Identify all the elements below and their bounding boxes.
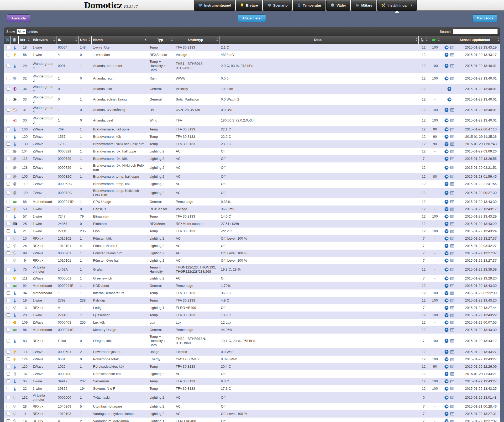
device-row[interactable]: 561-wire401-wirenätetRFXSensorVoltage482… bbox=[4, 51, 501, 59]
log-button[interactable] bbox=[444, 298, 449, 303]
row-select-checkbox[interactable] bbox=[7, 419, 10, 422]
log-button[interactable] bbox=[444, 149, 449, 154]
column-header-signal[interactable] bbox=[418, 36, 429, 44]
row-select-checkbox[interactable] bbox=[7, 150, 10, 153]
row-select-checkbox[interactable] bbox=[7, 339, 10, 342]
log-button[interactable] bbox=[444, 118, 449, 123]
device-row[interactable]: 129ZWave000072C1Brandvarnare, temp, Nikk… bbox=[4, 188, 501, 198]
edit-button[interactable] bbox=[450, 379, 454, 383]
row-select-checkbox[interactable] bbox=[7, 87, 10, 91]
edit-button[interactable] bbox=[450, 251, 454, 255]
log-button[interactable] bbox=[444, 191, 449, 195]
log-button[interactable] bbox=[444, 53, 449, 57]
row-select-checkbox[interactable] bbox=[7, 268, 10, 271]
log-button[interactable] bbox=[444, 267, 449, 272]
log-button[interactable] bbox=[444, 157, 449, 161]
use-button[interactable]: Använda bbox=[7, 14, 30, 22]
device-row[interactable]: 13RFXtrxA1LedigLighting 1ELRO AB400Off7-… bbox=[4, 304, 501, 312]
row-select-checkbox[interactable] bbox=[7, 251, 10, 255]
edit-button[interactable] bbox=[450, 365, 454, 369]
log-button[interactable] bbox=[444, 175, 449, 179]
device-row[interactable]: 105ZWave000032C1Brandvarnare, temp, hall… bbox=[4, 173, 501, 180]
column-header-name[interactable]: Namn bbox=[92, 36, 148, 44]
edit-button[interactable] bbox=[450, 53, 454, 57]
log-button[interactable] bbox=[444, 229, 449, 233]
search-input[interactable] bbox=[453, 29, 498, 34]
edit-button[interactable] bbox=[450, 339, 454, 343]
device-row[interactable]: 211-wire27115235FrysTempTFA 30.3133-22.2… bbox=[4, 228, 501, 235]
row-select-checkbox[interactable] bbox=[7, 237, 10, 240]
edit-button[interactable] bbox=[450, 291, 454, 295]
edit-button[interactable] bbox=[450, 166, 454, 170]
device-row[interactable]: 30Wunderground10Arlanda, vindWindTFA180.… bbox=[4, 115, 501, 126]
device-row[interactable]: 114ZWave00005012Powernode just nuUsageEl… bbox=[4, 348, 501, 356]
row-select-checkbox[interactable] bbox=[7, 98, 10, 101]
edit-button[interactable] bbox=[450, 127, 454, 131]
row-select-checkbox[interactable] bbox=[7, 182, 10, 186]
device-row[interactable]: 531-wire10DagsljusRFXSensorVoltage3665 m… bbox=[4, 205, 501, 213]
column-header-data[interactable]: Data bbox=[219, 36, 419, 44]
edit-button[interactable] bbox=[450, 142, 454, 146]
device-row[interactable]: 191-wire2798238KylskåpTempTFA 30.31334.9… bbox=[4, 297, 501, 304]
edit-button[interactable] bbox=[450, 207, 454, 211]
log-button[interactable] bbox=[444, 214, 449, 219]
edit-button[interactable] bbox=[450, 76, 454, 81]
row-select-checkbox[interactable] bbox=[7, 53, 10, 56]
edit-button[interactable] bbox=[450, 191, 454, 195]
device-row[interactable]: 119ZWave000062C1Brandvarnare, temp, kökL… bbox=[4, 180, 501, 188]
device-row[interactable]: 94Motherboard11Internal TemperatureTempT… bbox=[4, 289, 501, 297]
tab-temperatur[interactable]: Temperatur bbox=[293, 0, 326, 10]
log-button[interactable] bbox=[444, 236, 449, 241]
row-select-checkbox[interactable] bbox=[7, 215, 10, 218]
edit-button[interactable] bbox=[450, 404, 454, 409]
edit-button[interactable] bbox=[450, 419, 454, 422]
log-button[interactable] bbox=[444, 76, 449, 81]
device-row[interactable]: 130ZWave17931Brandvarnare, Nikki och Fel… bbox=[4, 140, 501, 148]
device-row[interactable]: 128ZWave00007291Brandvarnare, rök, Nikki… bbox=[4, 162, 501, 173]
row-select-checkbox[interactable] bbox=[7, 321, 10, 324]
show-entries-select[interactable]: All bbox=[17, 29, 26, 34]
log-button[interactable] bbox=[444, 259, 449, 263]
edit-button[interactable] bbox=[450, 108, 454, 112]
edit-button[interactable] bbox=[450, 118, 454, 123]
unused-button[interactable]: Oanvända bbox=[472, 14, 497, 22]
device-row[interactable]: 28RFXtrx10403095UtomhusmottagareLighting… bbox=[4, 403, 501, 410]
edit-button[interactable] bbox=[450, 182, 454, 186]
device-row[interactable]: 571-wire724779Elinas rumTempTFA 30.31331… bbox=[4, 213, 501, 220]
tab-scenario[interactable]: Scenario bbox=[263, 0, 292, 10]
log-button[interactable] bbox=[444, 372, 449, 376]
row-select-checkbox[interactable] bbox=[7, 405, 10, 408]
device-row[interactable]: 124ZWave05010Powernode totaltEnergyCM119… bbox=[4, 356, 501, 363]
device-row[interactable]: 104ZWave00003291Brandvarnare, rök, hall … bbox=[4, 148, 501, 155]
row-select-checkbox[interactable] bbox=[7, 328, 10, 331]
edit-button[interactable] bbox=[450, 45, 454, 50]
edit-button[interactable] bbox=[450, 236, 454, 241]
log-button[interactable] bbox=[444, 379, 449, 383]
log-button[interactable] bbox=[444, 222, 449, 226]
row-select-checkbox[interactable] bbox=[7, 135, 10, 138]
device-row[interactable]: 75Virtuella enheter1409A1GrafairTemp + H… bbox=[4, 264, 501, 275]
row-select-checkbox[interactable] bbox=[7, 142, 10, 146]
row-select-checkbox[interactable] bbox=[7, 229, 10, 233]
column-header-idx[interactable]: Idx bbox=[19, 36, 31, 44]
column-header-battery[interactable] bbox=[429, 36, 441, 44]
log-button[interactable] bbox=[444, 142, 449, 146]
row-select-checkbox[interactable] bbox=[7, 244, 10, 247]
device-row[interactable]: 221-wire39362194Sovrum, N o FTempTFA 30.… bbox=[4, 385, 501, 392]
tab-brytare[interactable]: Brytare bbox=[236, 0, 262, 10]
device-row[interactable]: 118ZWave00006291Brandvarnare, rök, kökLi… bbox=[4, 155, 501, 162]
column-header-select[interactable] bbox=[4, 36, 11, 44]
device-row[interactable]: 99ZWave00002011Fönster, Niklas rumLighti… bbox=[4, 250, 501, 257]
edit-button[interactable] bbox=[450, 306, 454, 310]
log-button[interactable] bbox=[444, 276, 449, 281]
edit-button[interactable] bbox=[450, 244, 454, 248]
log-button[interactable] bbox=[444, 135, 449, 139]
column-header-delete[interactable] bbox=[11, 36, 19, 44]
device-row[interactable]: 29Wunderground00011Arlanda, barometerTem… bbox=[4, 59, 501, 73]
column-header-type[interactable]: Typ bbox=[148, 36, 174, 44]
row-select-checkbox[interactable] bbox=[7, 372, 10, 376]
row-select-checkbox[interactable] bbox=[7, 306, 10, 309]
row-select-checkbox[interactable] bbox=[7, 191, 10, 194]
row-select-checkbox[interactable] bbox=[7, 284, 10, 287]
row-select-checkbox[interactable] bbox=[7, 299, 10, 302]
